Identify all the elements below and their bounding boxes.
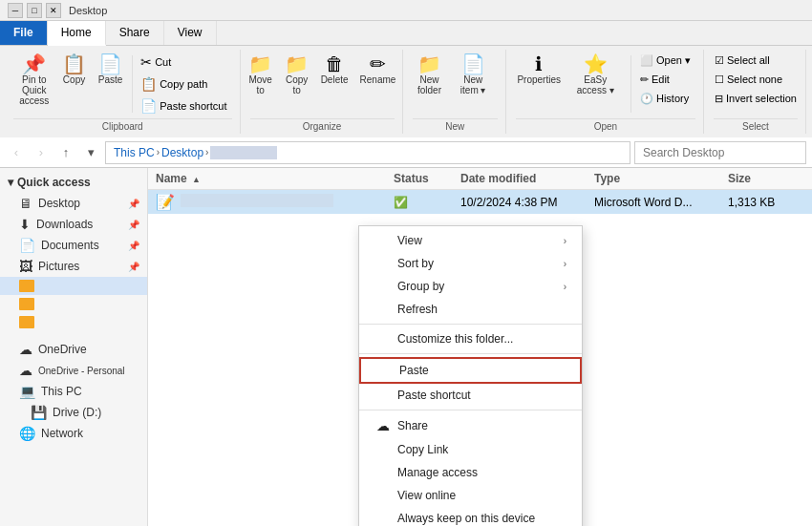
column-date[interactable]: Date modified xyxy=(460,172,594,185)
copy-path-label: Copy path xyxy=(160,78,207,90)
sidebar-item-pictures[interactable]: 🖼 Pictures 📌 xyxy=(0,256,147,277)
path-desktop[interactable]: Desktop xyxy=(161,146,203,159)
rename-icon: ✏ xyxy=(370,54,386,74)
column-status[interactable]: Status xyxy=(394,172,460,185)
ribbon-group-new: 📁 Newfolder 📄 New item ▾ New xyxy=(405,50,506,134)
ctx-paste[interactable]: Paste xyxy=(359,357,582,384)
open-group-label: Open xyxy=(516,118,695,132)
up-button[interactable]: ↑ xyxy=(55,142,76,163)
ctx-share[interactable]: ☁ Share xyxy=(359,413,582,438)
title-bar-icons[interactable]: ─ □ ✕ xyxy=(8,3,61,18)
ctx-always-keep[interactable]: Always keep on this device xyxy=(359,507,582,526)
easy-access-button[interactable]: ⭐ EaSy access ▾ xyxy=(564,52,627,98)
recent-button[interactable]: ▾ xyxy=(80,142,101,163)
ctx-manage-access-label: Manage access xyxy=(397,466,478,479)
forward-button[interactable]: › xyxy=(31,142,52,163)
minimize-button[interactable]: ─ xyxy=(8,3,23,18)
copy-to-button[interactable]: 📁 Copyto xyxy=(280,52,314,98)
path-this-pc[interactable]: This PC xyxy=(114,146,155,159)
sidebar-item-onedrive-personal[interactable]: ☁ OneDrive - Personal xyxy=(0,360,147,381)
column-type[interactable]: Type xyxy=(594,172,728,185)
new-item-button[interactable]: 📄 New item ▾ xyxy=(449,52,498,98)
ctx-sep2 xyxy=(359,353,582,354)
sidebar-item-this-pc[interactable]: 💻 This PC xyxy=(0,381,147,402)
copy-button[interactable]: 📋 Copy xyxy=(57,52,92,88)
new-item-icon: 📄 xyxy=(461,54,485,74)
tab-file[interactable]: File xyxy=(0,21,48,45)
ctx-sep1 xyxy=(359,324,582,325)
open-button[interactable]: ⬜ Open ▾ xyxy=(635,52,695,70)
clipboard-label: Clipboard xyxy=(13,118,232,132)
sidebar-folder-3[interactable] xyxy=(0,313,147,331)
new-folder-button[interactable]: 📁 Newfolder xyxy=(413,52,447,98)
open-buttons: ℹ Properties ⭐ EaSy access ▾ ⬜ Open ▾ ✏ … xyxy=(516,52,695,116)
path-folder[interactable] xyxy=(210,146,277,159)
ctx-group-by[interactable]: Group by › xyxy=(359,275,582,298)
edit-button[interactable]: ✏ Edit xyxy=(635,71,695,89)
select-label: Select xyxy=(714,118,798,132)
rename-button[interactable]: ✏ Rename xyxy=(355,52,401,88)
back-button[interactable]: ‹ xyxy=(6,142,27,163)
title-bar: ─ □ ✕ Desktop xyxy=(0,0,812,21)
file-date: 10/2/2024 4:38 PM xyxy=(460,196,594,209)
sidebar-item-documents[interactable]: 📄 Documents 📌 xyxy=(0,235,147,256)
ctx-view-online[interactable]: View online xyxy=(359,484,582,507)
pin-quick-access-button[interactable]: 📌 Pin to Quickaccess xyxy=(13,52,55,109)
paste-shortcut-ribbon-button[interactable]: 📄 Paste shortcut xyxy=(136,95,231,116)
tab-home[interactable]: Home xyxy=(48,21,106,46)
cut-button[interactable]: ✂ Cut xyxy=(136,52,231,73)
paste-shortcut-icon: 📄 xyxy=(140,98,157,114)
select-all-button[interactable]: ☑ Select all xyxy=(710,52,801,70)
close-button[interactable]: ✕ xyxy=(46,3,61,18)
desktop-icon: 🖥 xyxy=(19,196,32,211)
history-button[interactable]: 🕐 History xyxy=(635,90,695,108)
ctx-paste-shortcut[interactable]: Paste shortcut xyxy=(359,384,582,407)
ctx-refresh[interactable]: Refresh xyxy=(359,298,582,321)
column-size[interactable]: Size xyxy=(728,172,804,185)
new-folder-icon: 📁 xyxy=(417,54,441,74)
drive-d-icon: 💾 xyxy=(31,405,47,420)
sidebar-item-downloads[interactable]: ⬇ Downloads 📌 xyxy=(0,214,147,235)
sidebar-item-drive-d[interactable]: 💾 Drive (D:) xyxy=(0,402,147,423)
paste-ribbon-button[interactable]: 📄 Paste xyxy=(94,52,128,88)
delete-button[interactable]: 🗑 Delete xyxy=(316,52,353,88)
sidebar-folder-1[interactable] xyxy=(0,277,147,295)
path-sep1: › xyxy=(157,147,160,158)
sidebar-folder-2[interactable] xyxy=(0,295,147,313)
sidebar-item-desktop[interactable]: 🖥 Desktop 📌 xyxy=(0,193,147,214)
ctx-sort-by[interactable]: Sort by › xyxy=(359,252,582,275)
table-row[interactable]: 📝 ✅ 10/2/2024 4:38 PM Microsoft Word D..… xyxy=(148,190,812,214)
address-path[interactable]: This PC › Desktop › xyxy=(105,141,630,164)
quick-access-header[interactable]: ▾ Quick access xyxy=(0,172,147,193)
ctx-view-arrow: › xyxy=(564,236,566,246)
properties-button[interactable]: ℹ Properties xyxy=(516,52,563,88)
ctx-customize[interactable]: Customize this folder... xyxy=(359,327,582,350)
sidebar-item-network[interactable]: 🌐 Network xyxy=(0,423,147,444)
select-none-button[interactable]: ☐ Select none xyxy=(710,71,801,89)
desktop-pin: 📌 xyxy=(128,199,139,209)
sidebar-item-onedrive[interactable]: ☁ OneDrive xyxy=(0,339,147,360)
ctx-view[interactable]: View › xyxy=(359,229,582,252)
ctx-manage-access[interactable]: Manage access xyxy=(359,461,582,484)
tab-view[interactable]: View xyxy=(164,21,217,45)
window-title: Desktop xyxy=(69,5,107,16)
maximize-button[interactable]: □ xyxy=(27,3,42,18)
ctx-copy-link[interactable]: Copy Link xyxy=(359,438,582,461)
search-input[interactable] xyxy=(634,141,806,164)
clipboard-small-buttons: ✂ Cut 📋 Copy path 📄 Paste shortcut xyxy=(136,52,231,116)
tab-share[interactable]: Share xyxy=(106,21,164,45)
cut-label: Cut xyxy=(155,56,171,68)
ctx-sort-arrow: › xyxy=(564,259,566,269)
move-to-button[interactable]: 📁 Moveto xyxy=(244,52,278,98)
invert-selection-button[interactable]: ⊟ Invert selection xyxy=(710,90,801,108)
organize-buttons: 📁 Moveto 📁 Copyto 🗑 Delete ✏ Rename xyxy=(244,52,401,116)
ribbon-group-select: ☑ Select all ☐ Select none ⊟ Invert sele… xyxy=(706,50,806,134)
pictures-label: Pictures xyxy=(38,260,79,273)
move-to-icon: 📁 xyxy=(248,54,272,74)
copy-path-button[interactable]: 📋 Copy path xyxy=(136,74,231,95)
column-name[interactable]: Name ▲ xyxy=(156,172,394,185)
ctx-paste-label: Paste xyxy=(399,364,429,377)
copy-label: Copy xyxy=(63,74,85,85)
properties-icon: ℹ xyxy=(535,54,543,74)
invert-label: ⊟ Invert selection xyxy=(715,93,797,105)
